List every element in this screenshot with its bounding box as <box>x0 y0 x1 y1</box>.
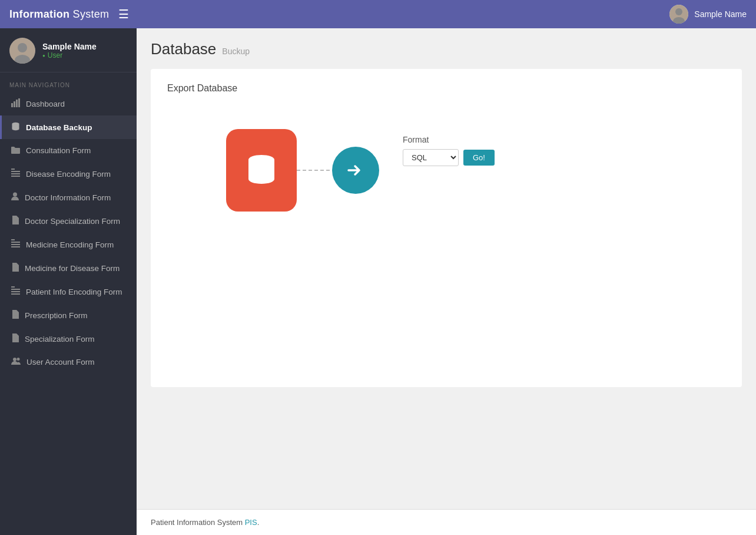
svg-rect-11 <box>11 169 15 170</box>
sidebar-label-patient-info-encoding-form: Patient Info Encoding Form <box>26 288 122 296</box>
main-content: Database Buckup Export Database <box>137 28 756 535</box>
sidebar-item-user-account-form[interactable]: User Account Form <box>0 351 137 374</box>
topbar: Information System ☰ Sample Name <box>0 0 756 28</box>
svg-rect-32 <box>13 316 16 317</box>
svg-rect-13 <box>11 173 20 174</box>
sidebar-item-prescription-form[interactable]: Prescription Form <box>0 303 137 327</box>
svg-rect-23 <box>13 266 17 267</box>
export-card: Export Database <box>151 69 742 387</box>
svg-rect-25 <box>13 269 16 270</box>
svg-rect-22 <box>11 246 20 247</box>
sidebar-item-medicine-encoding-form[interactable]: Medicine Encoding Form <box>0 233 137 256</box>
svg-rect-31 <box>13 315 17 316</box>
svg-point-15 <box>13 193 17 197</box>
folder-icon <box>11 146 20 156</box>
go-button[interactable]: Go! <box>463 150 495 166</box>
svg-rect-30 <box>13 313 17 314</box>
sidebar-label-database-backup: Database Backup <box>26 123 92 132</box>
footer: Patient Information System PIS. <box>137 509 756 535</box>
profile-avatar <box>9 38 35 64</box>
sidebar-item-consultation-form[interactable]: Consultation Form <box>0 139 137 162</box>
svg-rect-27 <box>11 289 20 290</box>
sidebar-label-prescription-form: Prescription Form <box>25 311 88 320</box>
svg-rect-16 <box>13 219 17 220</box>
svg-rect-7 <box>14 101 15 107</box>
sidebar-label-user-account-form: User Account Form <box>26 358 95 366</box>
sidebar: Sample Name User MAIN NAVIGATION Dashboa… <box>0 28 137 535</box>
format-controls: SQL CSV JSON Go! <box>403 149 495 166</box>
page-title: Database <box>151 40 216 58</box>
sidebar-label-disease-encoding-form: Disease Encoding Form <box>26 170 111 179</box>
grid-icon-3 <box>11 286 20 297</box>
sidebar-item-patient-info-encoding-form[interactable]: Patient Info Encoding Form <box>0 280 137 303</box>
page-header: Database Buckup <box>151 40 742 58</box>
sidebar-label-medicine-encoding-form: Medicine Encoding Form <box>26 240 114 249</box>
svg-rect-12 <box>11 171 20 172</box>
svg-rect-8 <box>16 100 18 107</box>
sidebar-item-specialization-form[interactable]: Specialization Form <box>0 327 137 351</box>
bar-chart-icon <box>11 98 20 109</box>
export-visual: Format SQL CSV JSON Go! <box>226 129 725 212</box>
connector-line <box>297 169 332 171</box>
svg-rect-33 <box>13 337 17 338</box>
main-layout: Sample Name User MAIN NAVIGATION Dashboa… <box>0 28 756 535</box>
topbar-right: Sample Name <box>669 5 747 24</box>
svg-rect-6 <box>11 103 13 107</box>
profile-role: User <box>42 51 97 60</box>
sidebar-item-dashboard[interactable]: Dashboard <box>0 92 137 115</box>
svg-point-4 <box>18 43 27 52</box>
svg-rect-26 <box>11 286 15 288</box>
format-area: Format SQL CSV JSON Go! <box>403 135 495 166</box>
page-subtitle: Buckup <box>222 47 250 56</box>
svg-rect-21 <box>11 244 20 245</box>
footer-link[interactable]: PIS <box>245 518 257 527</box>
svg-rect-24 <box>13 268 17 269</box>
sidebar-label-doctor-specialization-form: Doctor Specialization Form <box>25 217 120 226</box>
topbar-username: Sample Name <box>694 9 747 19</box>
doc-icon-4 <box>11 333 19 344</box>
topbar-left: Information System ☰ <box>9 7 129 21</box>
svg-rect-34 <box>13 339 17 339</box>
sidebar-item-doctor-information-form[interactable]: Doctor Information Form <box>0 186 137 209</box>
grid-icon <box>11 169 20 179</box>
sidebar-item-disease-encoding-form[interactable]: Disease Encoding Form <box>0 162 137 186</box>
app-title: Information System <box>9 8 109 21</box>
format-label: Format <box>403 135 495 144</box>
svg-rect-9 <box>18 98 20 107</box>
doc-icon-2 <box>11 263 19 273</box>
sidebar-label-dashboard: Dashboard <box>26 100 65 108</box>
sidebar-item-doctor-specialization-form[interactable]: Doctor Specialization Form <box>0 209 137 233</box>
profile-info: Sample Name User <box>42 42 97 60</box>
svg-rect-17 <box>13 221 17 222</box>
svg-rect-19 <box>11 239 15 240</box>
footer-dot: . <box>257 518 260 527</box>
card-title: Export Database <box>167 83 725 94</box>
profile-name: Sample Name <box>42 42 97 51</box>
svg-rect-18 <box>13 222 16 223</box>
sidebar-label-specialization-form: Specialization Form <box>25 335 95 344</box>
doc-icon-1 <box>11 216 19 226</box>
footer-text: Patient Information System <box>151 518 243 527</box>
sidebar-profile: Sample Name User <box>0 28 137 72</box>
sidebar-item-database-backup[interactable]: Database Backup <box>0 115 137 139</box>
grid-icon-2 <box>11 239 20 250</box>
doc-icon-3 <box>11 310 19 321</box>
sidebar-label-doctor-information-form: Doctor Information Form <box>25 193 111 202</box>
topbar-avatar <box>669 5 688 24</box>
svg-point-37 <box>17 358 20 361</box>
hamburger-menu-icon[interactable]: ☰ <box>118 7 129 21</box>
content-area: Database Buckup Export Database <box>137 28 756 509</box>
arrow-circle <box>332 147 379 194</box>
svg-rect-20 <box>11 242 20 243</box>
svg-point-36 <box>13 358 16 361</box>
svg-rect-29 <box>11 293 20 295</box>
svg-rect-35 <box>13 340 16 341</box>
sidebar-label-consultation-form: Consultation Form <box>26 146 91 155</box>
users-icon <box>11 357 21 367</box>
sidebar-item-medicine-for-disease-form[interactable]: Medicine for Disease Form <box>0 256 137 280</box>
svg-rect-28 <box>11 291 20 292</box>
nav-section-label: MAIN NAVIGATION <box>0 72 137 92</box>
format-select[interactable]: SQL CSV JSON <box>403 149 459 166</box>
sidebar-label-medicine-for-disease-form: Medicine for Disease Form <box>25 264 120 273</box>
svg-rect-14 <box>11 176 20 177</box>
